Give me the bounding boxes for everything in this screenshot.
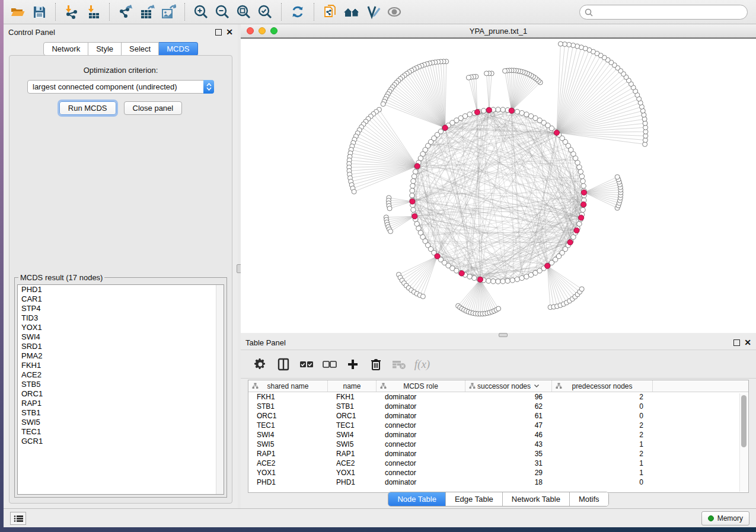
control-tab-select[interactable]: Select (122, 42, 159, 56)
control-panel-title: Control Panel (8, 28, 211, 37)
criterion-select[interactable]: largest connected component (undirected) (27, 80, 214, 94)
mcds-result-item[interactable]: STB1 (18, 408, 224, 418)
column-header-name[interactable]: name (328, 380, 377, 392)
column-header-predecessor-nodes[interactable]: predecessor nodes (552, 380, 653, 392)
mcds-result-item[interactable]: SWI4 (18, 332, 224, 342)
mcds-result-item[interactable]: PHD1 (18, 285, 224, 294)
table-cell: ACE2 (328, 459, 377, 468)
table-row[interactable]: FKH1FKH1dominator962 (248, 392, 748, 402)
table-row[interactable]: SWI4SWI4dominator462 (248, 430, 748, 440)
create-column-button[interactable] (344, 355, 362, 373)
zoom-out-button[interactable] (212, 2, 233, 22)
mcds-result-item[interactable]: SWI5 (18, 418, 224, 427)
select-all-rows-button[interactable] (298, 355, 315, 373)
table-cell: SWI4 (328, 430, 377, 440)
table-tab-node-table[interactable]: Node Table (388, 492, 446, 506)
apply-layout-button[interactable] (287, 2, 308, 22)
close-panel-button[interactable]: Close panel (124, 101, 183, 115)
table-row[interactable]: ORC1ORC1dominator610 (248, 411, 748, 421)
table-cell: 46 (465, 430, 552, 440)
style-edit-button[interactable] (362, 2, 384, 22)
criterion-selected-value: largest connected component (undirected) (28, 82, 203, 91)
mcds-result-item[interactable]: FKH1 (18, 361, 224, 370)
deselect-all-rows-button[interactable] (321, 355, 339, 373)
control-tab-mcds[interactable]: MCDS (159, 42, 197, 56)
table-tab-motifs[interactable]: Motifs (570, 492, 608, 506)
column-header-successor-nodes[interactable]: successor nodes (465, 380, 552, 392)
table-row[interactable]: ACE2ACE2connector311 (248, 459, 748, 468)
zoom-selected-button[interactable] (254, 2, 276, 22)
table-row[interactable]: PHD1PHD1dominator180 (248, 477, 748, 487)
mcds-result-item[interactable]: STP4 (18, 304, 224, 313)
column-header-shared-name[interactable]: shared name (248, 380, 328, 392)
mcds-result-item[interactable]: STB5 (18, 380, 224, 389)
memory-status-icon (708, 515, 714, 521)
search-input[interactable] (596, 8, 742, 17)
export-network-button[interactable] (115, 2, 136, 22)
column-label: name (343, 382, 361, 390)
mcds-result-list[interactable]: PHD1CAR1STP4TID3YOX1SWI4SRD1PMA2FKH1ACE2… (17, 284, 224, 495)
horizontal-splitter-grip[interactable] (499, 333, 508, 337)
mcds-result-item[interactable]: CAR1 (18, 294, 224, 304)
mcds-result-item[interactable]: YOX1 (18, 323, 224, 332)
control-tab-style[interactable]: Style (88, 42, 122, 56)
table-row[interactable]: RAP1RAP1dominator352 (248, 449, 748, 459)
show-panels-button[interactable] (10, 512, 26, 525)
table-cell: ACE2 (248, 459, 328, 468)
table-row[interactable]: STB1STB1dominator620 (248, 402, 748, 411)
table-scrollbar[interactable] (739, 393, 748, 492)
table-tab-edge-table[interactable]: Edge Table (446, 492, 503, 506)
save-session-button[interactable] (28, 2, 50, 22)
float-panel-icon[interactable] (215, 29, 222, 36)
mcds-result-item[interactable]: SRD1 (18, 342, 224, 351)
table-row[interactable]: YOX1YOX1connector291 (248, 468, 748, 477)
table-scrollbar-thumb[interactable] (741, 395, 747, 447)
delete-table-button-disabled (390, 355, 408, 373)
show-all-networks-button[interactable] (341, 2, 362, 22)
mcds-result-item[interactable]: GCR1 (18, 437, 224, 446)
table-tab-network-table[interactable]: Network Table (503, 492, 570, 506)
mcds-list-scrollbar[interactable] (216, 285, 224, 494)
close-panel-icon[interactable]: ✕ (226, 28, 233, 36)
mcds-result-item[interactable]: RAP1 (18, 399, 224, 408)
table-cell: YOX1 (328, 468, 377, 477)
mcds-result-item[interactable]: TID3 (18, 313, 224, 323)
hide-details-button[interactable] (384, 2, 405, 22)
memory-button[interactable]: Memory (701, 511, 749, 525)
table-row[interactable]: TEC1TEC1connector472 (248, 421, 748, 430)
float-table-panel-icon[interactable] (733, 339, 740, 346)
table-cell: SWI5 (248, 440, 328, 449)
column-header-MCDS-role[interactable]: MCDS role (377, 380, 465, 392)
import-network-button[interactable] (61, 2, 82, 22)
table-cell: 2 (552, 430, 653, 440)
column-label: MCDS role (403, 382, 438, 390)
network-graph[interactable] (241, 39, 756, 333)
mcds-result-item[interactable]: ORC1 (18, 389, 224, 399)
table-cell: SWI4 (248, 430, 328, 440)
control-tab-network[interactable]: Network (43, 42, 88, 56)
zoom-fit-icon (236, 4, 251, 20)
table-cell: FKH1 (248, 392, 328, 402)
export-table-button[interactable] (136, 2, 158, 22)
import-table-button[interactable] (82, 2, 104, 22)
search-box[interactable] (579, 5, 748, 20)
table-cell: 1 (552, 459, 653, 468)
export-table-icon (139, 4, 155, 20)
zoom-fit-button[interactable] (233, 2, 254, 22)
mcds-result-item[interactable]: ACE2 (18, 370, 224, 380)
delete-column-button[interactable] (367, 355, 385, 373)
new-network-from-file-button[interactable] (320, 2, 341, 22)
open-file-button[interactable] (7, 2, 28, 22)
mcds-result-item[interactable]: PMA2 (18, 351, 224, 361)
network-titlebar[interactable]: YPA_prune.txt_1 (241, 24, 756, 38)
export-image-button[interactable] (158, 2, 179, 22)
zoom-in-button[interactable] (190, 2, 212, 22)
run-mcds-button[interactable]: Run MCDS (59, 101, 116, 115)
close-table-panel-icon[interactable]: ✕ (744, 339, 751, 347)
import-network-icon (64, 4, 79, 20)
table-row[interactable]: SWI5SWI5connector431 (248, 440, 748, 449)
table-options-button[interactable] (251, 355, 269, 373)
network-canvas[interactable] (241, 38, 756, 333)
show-columns-button[interactable] (275, 355, 292, 373)
mcds-result-item[interactable]: TEC1 (18, 427, 224, 437)
